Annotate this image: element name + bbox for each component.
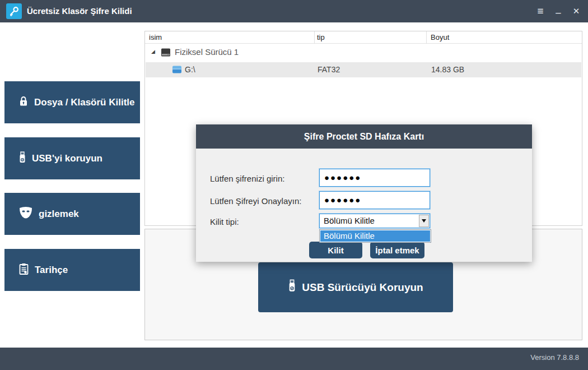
- sidebar-item-label: Tarihçe: [35, 265, 68, 276]
- column-divider: [314, 31, 315, 44]
- sidebar-item-label: gizlemek: [39, 209, 79, 220]
- table-row-partition-g[interactable]: G:\ FAT32 14.83 GB: [146, 62, 581, 77]
- password-input[interactable]: ●●●●●●: [319, 169, 430, 187]
- window-controls: ≡ _ ✕: [533, 0, 584, 22]
- column-header-name[interactable]: isim: [149, 33, 162, 41]
- drive-table-header: isim tip Boyut: [145, 31, 582, 44]
- statusbar: Version 7.8.8.8: [0, 348, 588, 370]
- confirm-password-label: Lütfen Şifreyi Onaylayın:: [210, 196, 301, 206]
- sidebar-item-lock-files[interactable]: Dosya / Klasörü Kilitle: [4, 81, 140, 123]
- app-key-icon: [6, 3, 22, 19]
- hard-drive-icon: [161, 48, 171, 59]
- partition-icon: [172, 66, 182, 75]
- menu-icon[interactable]: ≡: [533, 3, 548, 19]
- version-label: Version 7.8.8.8: [530, 353, 579, 362]
- window-title: Ücretsiz Klasör Şifre Kilidi: [27, 0, 132, 22]
- lock-type-dropdown-list: Bölümü Kilitle: [319, 229, 431, 243]
- lock-type-selected-value: Bölümü Kilitle: [324, 216, 375, 225]
- chevron-down-icon[interactable]: [419, 215, 429, 227]
- lock-type-select[interactable]: Bölümü Kilitle: [319, 214, 430, 228]
- sidebar-item-protect-usb[interactable]: USB'yi koruyun: [4, 137, 140, 179]
- mask-icon: [18, 206, 33, 222]
- protect-usb-drive-button[interactable]: USB Sürücüyü Koruyun: [258, 262, 453, 312]
- lock-type-label: Kilit tipi:: [210, 217, 239, 226]
- column-header-type[interactable]: tip: [317, 33, 325, 41]
- cancel-button[interactable]: İptal etmek: [370, 242, 424, 258]
- tree-expand-icon[interactable]: ◢: [151, 49, 155, 54]
- password-label: Lütfen şifrenizi girin:: [210, 174, 284, 183]
- table-row-physical-drive[interactable]: ◢ Fiziksel Sürücü 1: [146, 45, 581, 61]
- sidebar-item-label: USB'yi koruyun: [32, 153, 102, 164]
- clipboard-icon: [18, 263, 29, 278]
- partition-size: 14.83 GB: [431, 65, 464, 74]
- password-dialog: Şifre Proctet SD Hafıza Kartı Lütfen şif…: [196, 124, 532, 262]
- partition-type: FAT32: [318, 65, 340, 74]
- sidebar-item-label: Dosya / Klasörü Kilitle: [34, 97, 135, 108]
- protect-usb-drive-label: USB Sürücüyü Koruyun: [302, 281, 423, 294]
- app-window: Ücretsiz Klasör Şifre Kilidi ≡ _ ✕ Dosya…: [0, 0, 588, 370]
- usb-icon: [18, 151, 26, 166]
- drive-name: Fiziksel Sürücü 1: [175, 47, 239, 57]
- confirm-password-input[interactable]: ●●●●●●: [319, 191, 430, 209]
- dialog-title: Şifre Proctet SD Hafıza Kartı: [196, 124, 532, 149]
- dropdown-option-lock-partition[interactable]: Bölümü Kilitle: [320, 230, 430, 242]
- titlebar: Ücretsiz Klasör Şifre Kilidi ≡ _ ✕: [0, 0, 588, 22]
- column-header-size[interactable]: Boyut: [431, 33, 449, 41]
- sidebar-item-hide[interactable]: gizlemek: [4, 193, 140, 235]
- lock-button[interactable]: Kilit: [309, 242, 362, 258]
- close-icon[interactable]: ✕: [569, 3, 584, 19]
- usb-icon: [288, 279, 296, 295]
- column-divider: [426, 31, 427, 44]
- minimize-icon[interactable]: _: [551, 3, 566, 19]
- sidebar-item-history[interactable]: Tarihçe: [4, 249, 140, 291]
- lock-icon: [18, 96, 29, 109]
- partition-name: G:\: [185, 65, 195, 74]
